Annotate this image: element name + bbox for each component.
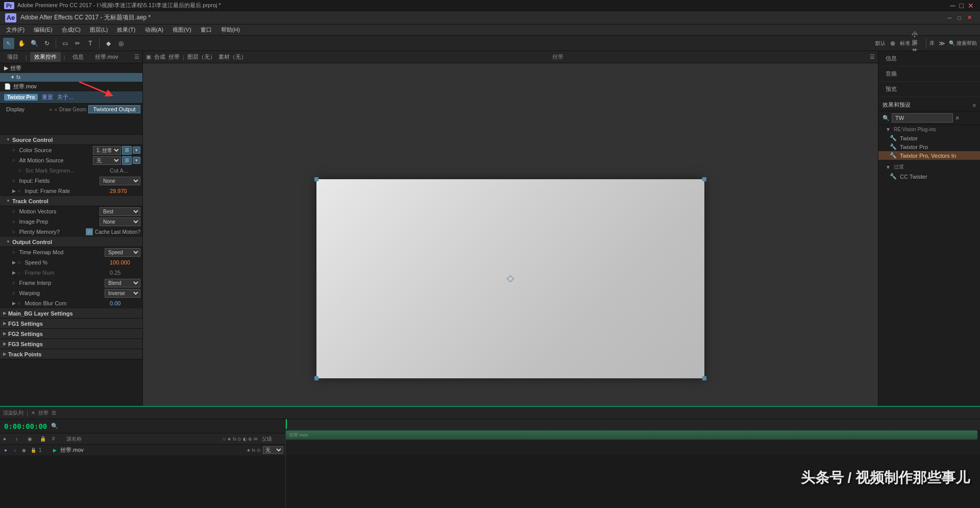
tab-silkband[interactable]: 丝带.mov <box>91 52 122 62</box>
tab-effects-controls[interactable]: 效果控件 <box>30 52 61 62</box>
plugin-twixtor-pro-vectors[interactable]: 🔧 Twixtor Pro, Vectors In <box>878 151 980 160</box>
premiere-close[interactable]: ✕ <box>966 2 976 10</box>
effects-search-input[interactable] <box>892 113 953 123</box>
tool-rect[interactable]: ▭ <box>59 38 70 49</box>
main-bg-section[interactable]: ▶ Main_BG Layer Settings <box>0 308 142 319</box>
filter-expand[interactable]: ▼ <box>886 164 891 170</box>
tab-info[interactable]: 信息 <box>68 52 88 62</box>
reset-btn[interactable]: 重置 <box>42 93 53 101</box>
layer-lock[interactable]: 🔓 <box>30 447 37 454</box>
ae-minimize[interactable]: ─ <box>945 15 955 21</box>
layer-play-icon[interactable]: ▶ <box>51 447 58 454</box>
layer-audio[interactable]: ♪ <box>11 447 18 454</box>
comp-silkband-tab[interactable]: 丝带 <box>168 53 180 61</box>
menu-composition[interactable]: 合成(C) <box>58 25 85 35</box>
right-item-preview[interactable]: 预览 <box>878 84 980 94</box>
tool-roto[interactable]: ◎ <box>115 38 127 49</box>
fg1-section[interactable]: ▶ FG1 Settings <box>0 319 142 329</box>
tool-hand[interactable]: ✋ <box>16 38 27 49</box>
tool-puppet[interactable]: ◆ <box>103 38 114 49</box>
project-item-composition[interactable]: ✦ fx <box>0 73 142 82</box>
alt-motion-btn2[interactable]: ▾ <box>133 157 140 164</box>
project-item-silkband-folder[interactable]: ▶ 丝带 <box>0 63 142 73</box>
input-fields-select[interactable]: None <box>100 177 140 185</box>
timeline-comp-label[interactable]: 丝带 <box>38 409 48 417</box>
alt-motion-btn1[interactable]: 源 <box>122 156 132 165</box>
layer-tab[interactable]: 图层（无） <box>187 53 215 61</box>
fg3-section[interactable]: ▶ FG3 Settings <box>0 339 142 349</box>
right-item-audio[interactable]: 音频 <box>878 68 980 79</box>
ae-maximize[interactable]: □ <box>954 15 964 21</box>
premiere-maximize[interactable]: □ <box>958 2 966 10</box>
snap-btn[interactable]: ⊕ <box>887 38 898 49</box>
layer-parent-select[interactable]: 无 <box>263 446 283 454</box>
color-source-select[interactable]: 1. 丝带 <box>93 146 121 155</box>
comp-panel-menu[interactable]: ☰ <box>870 54 875 60</box>
menu-effects[interactable]: 效果(T) <box>113 25 139 35</box>
image-prep-icon: ○ <box>12 219 15 224</box>
track-clip-silkband[interactable]: 丝带.mov <box>286 430 977 440</box>
plugin-cc-twister[interactable]: 🔧 CC Twister <box>878 172 980 181</box>
track-points-section[interactable]: ▶ Track Points <box>0 349 142 359</box>
alt-motion-select[interactable]: 无 <box>93 156 121 165</box>
time-display[interactable]: 0:00:00:00 <box>4 422 47 430</box>
layer-solo[interactable]: ◉ <box>20 447 28 454</box>
tool-zoom[interactable]: 🔍 <box>29 38 40 49</box>
draw-geom-circle[interactable]: ○ <box>54 107 57 112</box>
image-prep-select[interactable]: None <box>100 217 140 226</box>
fg2-section[interactable]: ▶ FG2 Settings <box>0 329 142 339</box>
timeline-tab-label[interactable]: 渲染队列 <box>3 409 23 417</box>
warping-select[interactable]: Inverse <box>105 289 140 298</box>
layer-visibility[interactable]: ● <box>2 447 9 454</box>
footage-tab[interactable]: 素材（无） <box>218 53 247 61</box>
plugin-twixtor[interactable]: 🔧 Twixtor <box>878 134 980 142</box>
color-source-btn1[interactable]: 源 <box>122 146 132 155</box>
panel-menu-btn[interactable]: ☰ <box>134 54 139 60</box>
motion-vectors-select[interactable]: Best <box>100 207 140 216</box>
time-remap-select[interactable]: Speed <box>105 248 140 257</box>
output-control-section[interactable]: ▼ Output Control <box>0 237 142 247</box>
comp-header-tab[interactable]: 合成 <box>154 53 165 61</box>
tool-text[interactable]: T <box>85 38 96 49</box>
about-btn[interactable]: 关于... <box>57 93 73 101</box>
motion-blur-value[interactable]: 0.00 <box>110 300 140 306</box>
effects-search-clear[interactable]: ✕ <box>955 115 960 122</box>
menu-window[interactable]: 窗口 <box>197 25 216 35</box>
speed-value[interactable]: 100.000 <box>110 259 140 265</box>
canvas-center-marker <box>507 275 514 282</box>
display-circle[interactable]: ○ <box>49 107 52 112</box>
tool-rotate[interactable]: ↻ <box>41 38 53 49</box>
tool-pen[interactable]: ✏ <box>72 38 83 49</box>
workspace-btn[interactable]: 小屏幕 <box>912 38 923 49</box>
track-control-section[interactable]: ▼ Track Control <box>0 196 142 206</box>
image-prep-row: ○ Image Prep None <box>0 216 142 227</box>
ae-close[interactable]: ✕ <box>964 14 975 21</box>
input-framerate-value[interactable]: 29.970 <box>110 188 140 194</box>
re-vision-expand[interactable]: ▼ <box>886 127 891 132</box>
menu-edit[interactable]: 编辑(E) <box>30 25 57 35</box>
right-item-info[interactable]: 信息 <box>878 53 980 64</box>
tab-project[interactable]: 项目 <box>3 52 22 62</box>
color-source-controls: 1. 丝带 源 ▾ <box>93 146 140 155</box>
menu-file[interactable]: 文件(F) <box>2 25 29 35</box>
menu-help[interactable]: 帮助(H) <box>217 25 244 35</box>
search-btn[interactable]: ≫ <box>936 38 947 49</box>
layer-name-1[interactable]: 丝带.mov <box>60 446 244 454</box>
effects-expand-icon: ≡ <box>973 102 976 108</box>
timeline-x-btn[interactable]: ✕ <box>31 410 35 416</box>
premiere-minimize[interactable]: ─ <box>948 2 958 10</box>
alt-motion-label: Alt Motion Source <box>17 157 91 163</box>
source-control-section[interactable]: ▼ Source Control <box>0 135 142 145</box>
timeline-menu-btn[interactable]: ☰ <box>52 410 56 416</box>
color-source-btn2[interactable]: ▾ <box>133 147 140 154</box>
menu-layer[interactable]: 图层(L) <box>86 25 112 35</box>
project-item-silkband-mov[interactable]: 📄 丝带.mov <box>0 82 142 91</box>
menu-view[interactable]: 视图(V) <box>168 25 195 35</box>
tool-select[interactable]: ↖ <box>3 38 14 49</box>
plugin-twixtor-pro[interactable]: 🔧 Twixtor Pro <box>878 142 980 151</box>
timeline-body: 0:00:00:00 🔍 ● ♪ ◉ 🔒 # 源名称 ☆ ★ fx ⊙ ◐ ⊕ … <box>0 419 980 508</box>
menu-animation[interactable]: 动画(A) <box>141 25 168 35</box>
frame-interp-select[interactable]: Blend <box>105 279 140 287</box>
plenty-memory-checkbox[interactable]: ✓ <box>86 228 93 235</box>
time-search-icon[interactable]: 🔍 <box>51 423 58 429</box>
